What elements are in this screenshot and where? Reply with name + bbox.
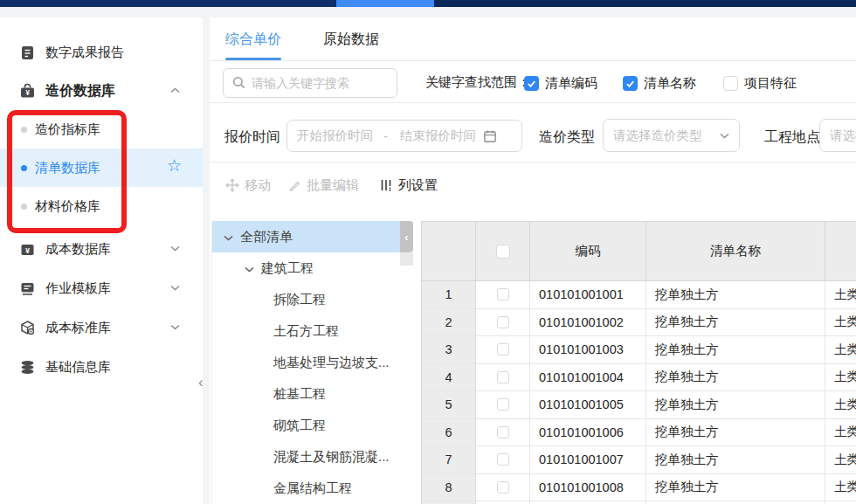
list-data-table: 编码 清单名称 1 010101001001 挖单独土方 土类别 2 01010…: [421, 221, 856, 504]
row-checkbox-cell: [476, 309, 530, 337]
checkbox-unchecked-icon[interactable]: [723, 76, 738, 91]
row-code: 010101001006: [530, 419, 646, 447]
tab-composite-unit-price[interactable]: 综合单价: [225, 17, 281, 60]
table-header-checkbox-cell: [476, 222, 530, 281]
row-code: 010101001002: [530, 309, 646, 337]
calendar-icon: [483, 129, 497, 143]
row-index: 2: [422, 309, 476, 337]
row-checkbox[interactable]: [497, 371, 509, 383]
tree-node[interactable]: 混凝土及钢筋混凝...: [212, 441, 400, 473]
divider: [210, 102, 856, 103]
row-checkbox-cell: [476, 336, 530, 364]
table-row[interactable]: 8 010101001008 挖单独土方 土类别: [422, 474, 856, 502]
row-name: 挖单独土方: [646, 446, 825, 474]
checkbox-project-feature[interactable]: 项目特征: [723, 75, 797, 92]
project-location-label: 工程地点: [764, 128, 820, 147]
row-checkbox[interactable]: [497, 343, 509, 356]
table-row[interactable]: 4 010101001004 挖单独土方 土类别: [422, 364, 856, 392]
row-checkbox[interactable]: [497, 288, 509, 300]
row-feature: 土类别: [825, 336, 856, 364]
row-checkbox[interactable]: [497, 398, 509, 411]
tree-node-label: 桩基工程: [273, 386, 326, 403]
column-settings-label: 列设置: [398, 177, 438, 194]
sidebar-item-material-price-library[interactable]: 材料价格库: [0, 187, 203, 225]
table-row[interactable]: 1 010101001001 挖单独土方 土类别: [422, 281, 856, 309]
sidebar-group-cost-database[interactable]: ¥ 造价数据库: [0, 72, 203, 110]
tree-node[interactable]: 土石方工程: [212, 315, 400, 347]
cost-type-select[interactable]: 请选择造价类型: [603, 119, 740, 152]
sidebar-group-job-template-library[interactable]: 作业模板库: [0, 269, 203, 307]
tree-node-label: 土石方工程: [273, 323, 339, 340]
cost-bag-icon: ¥: [19, 83, 36, 100]
sidebar-group-cost-data-library[interactable]: ¥ 成本数据库: [0, 230, 203, 268]
table-row[interactable]: 6 010101001006 挖单独土方 土类别: [422, 419, 856, 447]
tree-node-label: 全部清单: [240, 229, 293, 245]
column-settings-button[interactable]: 列设置: [380, 175, 438, 196]
sidebar-collapse-icon[interactable]: ‹: [198, 374, 204, 391]
cube-gear-icon: [19, 320, 36, 336]
row-code: 010101001001: [530, 281, 646, 309]
sidebar-group-cost-standard-library[interactable]: 成本标准库: [0, 308, 203, 347]
row-checkbox[interactable]: [497, 481, 509, 494]
tree-collapse-handle[interactable]: ‹: [400, 221, 413, 252]
sidebar-item-cost-index-library[interactable]: 造价指标库: [0, 110, 203, 148]
tree-splitter: [400, 252, 413, 266]
sidebar-group-label: 成本数据库: [45, 241, 111, 258]
row-checkbox-cell: [476, 364, 530, 392]
database-icon: [19, 359, 36, 376]
project-location-select[interactable]: 请选择工程地点: [819, 119, 856, 152]
row-code: 010101001007: [530, 446, 646, 474]
checkbox-list-name[interactable]: 清单名称: [623, 75, 696, 92]
tree-node-label: 地基处理与边坡支...: [273, 355, 390, 371]
row-checkbox-cell: [476, 446, 530, 474]
row-checkbox[interactable]: [497, 316, 509, 328]
move-button[interactable]: 移动: [225, 175, 271, 196]
favorite-star-icon[interactable]: ☆: [167, 156, 182, 176]
sidebar-item-label: 材料价格库: [35, 198, 100, 215]
checkbox-list-code[interactable]: 清单编码: [524, 75, 597, 92]
row-checkbox[interactable]: [497, 426, 509, 438]
row-feature: 土类别: [825, 391, 856, 419]
keyword-scope-label: 关键字查找范围：: [425, 74, 530, 91]
sidebar-group-base-info-library[interactable]: 基础信息库: [0, 348, 203, 386]
row-name: 挖单独土方: [646, 281, 825, 309]
sidebar-item-list-database[interactable]: 清单数据库 ☆: [0, 148, 203, 187]
chevron-down-icon: [170, 285, 180, 291]
checkbox-checked-icon[interactable]: [623, 76, 638, 91]
checkbox-checked-icon[interactable]: [524, 76, 539, 91]
table-row[interactable]: 7 010101001007 挖单独土方 土类别: [422, 446, 856, 474]
tree-node[interactable]: 金属结构工程: [212, 473, 400, 504]
tree-expand-icon[interactable]: [224, 235, 233, 241]
tree-expand-icon[interactable]: [245, 266, 254, 273]
search-input[interactable]: [223, 68, 397, 98]
sidebar-item-digital-report[interactable]: 数字成果报告: [0, 33, 203, 72]
row-checkbox-cell: [476, 419, 530, 447]
pencil-icon: [288, 179, 301, 192]
row-checkbox[interactable]: [497, 453, 509, 466]
svg-text:¥: ¥: [25, 88, 30, 97]
main-panel: 综合单价 原始数据 关键字查找范围： 清单编码 清单名称 项目特征 报价时间 开…: [210, 17, 856, 504]
table-row[interactable]: 3 010101001003 挖单独土方 土类别: [422, 336, 856, 364]
tree-node[interactable]: 地基处理与边坡支...: [212, 347, 400, 378]
bullet-dot-icon: [21, 165, 27, 171]
row-index: 5: [422, 391, 476, 419]
tree-node[interactable]: 拆除工程: [212, 284, 400, 315]
tree-node-building-works[interactable]: 建筑工程: [212, 252, 400, 284]
row-name: 挖单独土方: [646, 364, 825, 392]
batch-edit-button[interactable]: 批量编辑: [288, 175, 359, 196]
bullet-dot-icon: [21, 204, 27, 210]
select-all-checkbox[interactable]: [496, 245, 510, 259]
tree-node[interactable]: 桩基工程: [212, 378, 400, 410]
table-row[interactable]: 2 010101001002 挖单独土方 土类别: [422, 309, 856, 337]
row-index: 6: [422, 419, 476, 447]
tab-raw-data[interactable]: 原始数据: [323, 17, 379, 60]
tree-node-all-lists[interactable]: 全部清单: [212, 221, 400, 252]
sidebar-group-label: 造价数据库: [45, 82, 115, 100]
tree-node[interactable]: 砌筑工程: [212, 410, 400, 441]
move-icon: [225, 178, 239, 192]
table-row[interactable]: 5 010101001005 挖单独土方 土类别: [422, 391, 856, 419]
chevron-down-icon: [720, 133, 729, 139]
row-checkbox-cell: [476, 391, 530, 419]
quote-time-range-picker[interactable]: 开始报价时间 - 结束报价时间: [286, 120, 522, 152]
date-range-separator: -: [383, 129, 388, 143]
